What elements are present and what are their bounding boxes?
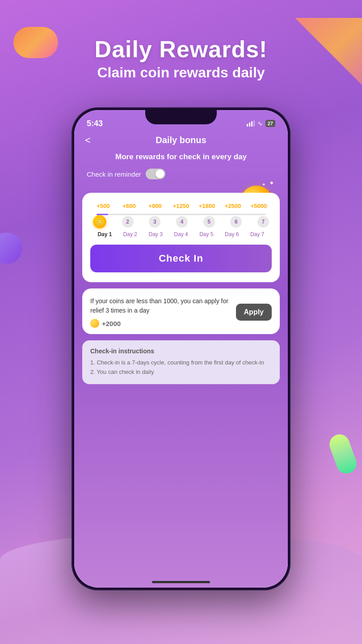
reward-amount-4: +1250 bbox=[168, 203, 194, 209]
sparkle-icon: ✦ bbox=[269, 179, 274, 186]
day-label-1: Day 1 bbox=[92, 231, 118, 237]
phone-inner: 5:43 ∿ 27 < Daily bonus More bbox=[74, 110, 288, 588]
app-content: 5:43 ∿ 27 < Daily bonus More bbox=[74, 110, 288, 588]
day-label-5: Day 5 bbox=[194, 231, 219, 237]
day-dot-1: 🪙 bbox=[93, 215, 106, 229]
header-title: Daily bonus bbox=[156, 135, 206, 145]
progress-fill bbox=[97, 214, 108, 215]
day-label-3: Day 3 bbox=[143, 231, 168, 237]
days-dots: 🪙 2 3 4 5 6 7 bbox=[90, 215, 272, 229]
relief-coins: +2000 bbox=[90, 319, 231, 328]
day-dot-7: 7 bbox=[257, 216, 269, 228]
instructions-section: Check-in instructions 1. Check-in is a 7… bbox=[82, 340, 280, 384]
reward-amount-3: +900 bbox=[142, 203, 168, 209]
app-header: < Daily bonus bbox=[74, 131, 288, 153]
reminder-label: Check in reminder bbox=[87, 170, 141, 178]
instructions-item-2: 2. You can check in daily bbox=[90, 368, 272, 377]
days-labels: Day 1 Day 2 Day 3 Day 4 Day 5 Day 6 Day … bbox=[90, 231, 272, 237]
instructions-item-1: 1. Check-in is a 7-days cycle, counting … bbox=[90, 358, 272, 368]
sparkle-icon-small: ✦ bbox=[262, 182, 265, 187]
day-dot-4: 4 bbox=[176, 216, 188, 228]
day-label-4: Day 4 bbox=[168, 231, 194, 237]
rewards-row: +500 +600 +900 +1250 +1800 +2500 +5000 bbox=[90, 203, 272, 209]
bg-blob-right-decoration bbox=[327, 432, 359, 476]
relief-section: If your coins are less than 1000, you ca… bbox=[82, 288, 280, 334]
status-time: 5:43 bbox=[87, 119, 103, 128]
reward-amount-6: +2500 bbox=[220, 203, 246, 209]
status-icons: ∿ 27 bbox=[247, 120, 275, 127]
bg-cloud-decoration bbox=[13, 27, 58, 58]
day-label-7: Day 7 bbox=[244, 231, 270, 237]
day-dot-2: 2 bbox=[122, 216, 134, 228]
day-dot-6: 6 bbox=[230, 216, 242, 228]
reward-amount-5: +1800 bbox=[194, 203, 220, 209]
phone-notch bbox=[145, 110, 217, 124]
page-title-area: Daily Rewards! Claim coin rewards daily bbox=[95, 36, 268, 81]
wifi-icon: ∿ bbox=[257, 120, 263, 127]
reward-amount-7: +5000 bbox=[246, 203, 272, 209]
phone-mockup: 5:43 ∿ 27 < Daily bonus More bbox=[72, 107, 290, 590]
signal-icon bbox=[247, 120, 255, 127]
reminder-area: Check in reminder ✦ ✦ 🪙 bbox=[74, 166, 288, 179]
checkin-button[interactable]: Check In bbox=[90, 245, 272, 272]
day-dot-5: 5 bbox=[203, 216, 215, 228]
battery-icon: 27 bbox=[265, 120, 275, 127]
relief-coin-amount: +2000 bbox=[102, 320, 121, 327]
bg-triangle-decoration bbox=[295, 18, 362, 89]
reward-amount-2: +600 bbox=[116, 203, 142, 209]
reminder-toggle[interactable] bbox=[146, 169, 165, 179]
instructions-title: Check-in instructions bbox=[90, 347, 272, 355]
toggle-knob bbox=[156, 169, 164, 178]
page-title-main: Daily Rewards! bbox=[95, 36, 268, 63]
days-card: +500 +600 +900 +1250 +1800 +2500 +5000 bbox=[82, 193, 280, 282]
bg-blob-left-decoration bbox=[0, 233, 22, 264]
relief-description: If your coins are less than 1000, you ca… bbox=[90, 297, 231, 315]
home-indicator bbox=[152, 581, 210, 583]
apply-button[interactable]: Apply bbox=[236, 304, 272, 321]
page-title-sub: Claim coin rewards daily bbox=[95, 64, 268, 81]
day-dot-3: 3 bbox=[149, 216, 160, 228]
day-label-6: Day 6 bbox=[219, 231, 244, 237]
day-label-2: Day 2 bbox=[118, 231, 143, 237]
reward-subtitle: More rewards for check in every day bbox=[74, 153, 288, 166]
back-button[interactable]: < bbox=[85, 135, 91, 146]
progress-area bbox=[90, 214, 272, 215]
reward-amount-1: +500 bbox=[90, 203, 116, 209]
relief-text-area: If your coins are less than 1000, you ca… bbox=[90, 297, 231, 328]
progress-track bbox=[97, 214, 265, 215]
coin-small-icon bbox=[90, 319, 99, 328]
